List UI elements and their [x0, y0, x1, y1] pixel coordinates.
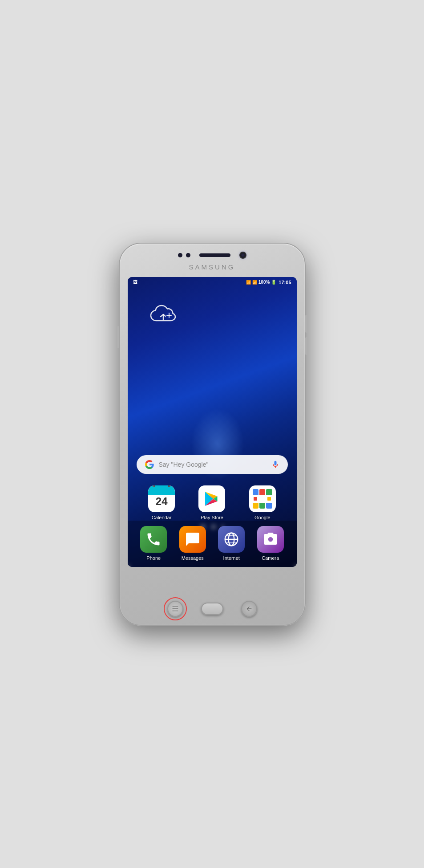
camera-lens: [239, 252, 246, 259]
back-button[interactable]: [241, 601, 257, 617]
brand-label: SAMSUNG: [120, 263, 305, 271]
calendar-label: Calendar: [152, 515, 172, 520]
front-sensors: [178, 253, 190, 257]
home-button[interactable]: [201, 603, 223, 615]
search-placeholder: Say "Hey Google": [159, 461, 267, 468]
recent-apps-button-container: [167, 601, 183, 617]
phone-icon: [140, 526, 167, 553]
internet-label: Internet: [223, 555, 240, 561]
google-label: Google: [254, 515, 270, 520]
earpiece-speaker: [199, 253, 230, 257]
phone-screen: 🖼 📶 📶 100% 🔋 17:05: [128, 277, 297, 567]
svg-rect-15: [172, 611, 178, 611]
google-icon: [249, 485, 276, 512]
google-g-logo: [145, 460, 154, 469]
signal-icon: 📶: [252, 280, 257, 285]
calendar-date: 24: [156, 495, 168, 507]
messages-icon: [179, 526, 206, 553]
play-store-icon: [198, 485, 225, 512]
clock: 17:05: [279, 280, 291, 285]
system-status: 📶 📶 100% 🔋 17:05: [246, 280, 291, 285]
svg-rect-6: [254, 497, 257, 501]
top-bezel: [120, 252, 305, 259]
phone-label: Phone: [146, 555, 161, 561]
battery-percent: 100%: [258, 280, 270, 285]
google-search-bar[interactable]: Say "Hey Google": [137, 455, 288, 474]
play-store-label: Play Store: [201, 515, 223, 520]
calendar-app[interactable]: 24 Calendar: [148, 485, 175, 520]
phone-app[interactable]: Phone: [140, 526, 167, 561]
image-widget-icon: 🖼: [133, 280, 137, 285]
camera-app[interactable]: Camera: [257, 526, 284, 561]
notification-area: 🖼: [133, 280, 137, 285]
svg-rect-13: [172, 606, 178, 607]
wifi-icon: 📶: [246, 280, 251, 285]
hardware-buttons: [120, 601, 305, 617]
volume-down-button[interactable]: [305, 337, 307, 355]
messages-label: Messages: [182, 555, 204, 561]
internet-app[interactable]: Internet: [218, 526, 245, 561]
app-grid: 24 Calendar: [128, 485, 297, 520]
play-store-app[interactable]: Play Store: [198, 485, 225, 520]
internet-icon: [218, 526, 245, 553]
cloud-backup-icon[interactable]: [150, 304, 177, 328]
camera-label: Camera: [262, 555, 279, 561]
svg-rect-14: [172, 608, 178, 609]
status-bar: 🖼 📶 📶 100% 🔋 17:05: [128, 277, 297, 287]
proximity-sensor: [186, 253, 190, 257]
volume-up-button[interactable]: [305, 315, 307, 333]
messages-app[interactable]: Messages: [179, 526, 206, 561]
phone-device: SAMSUNG 🖼 📶 📶 100% 🔋 17:05: [119, 243, 306, 626]
mic-icon[interactable]: [271, 460, 280, 469]
front-camera: [178, 253, 182, 257]
camera-icon: [257, 526, 284, 553]
google-app[interactable]: Google: [249, 485, 276, 520]
dock-bar: Phone Messages: [128, 521, 297, 567]
calendar-icon: 24: [148, 485, 175, 512]
svg-rect-7: [267, 497, 271, 501]
recent-apps-button[interactable]: [167, 601, 183, 617]
power-button[interactable]: [117, 326, 119, 348]
battery-icon: 🔋: [271, 280, 276, 285]
